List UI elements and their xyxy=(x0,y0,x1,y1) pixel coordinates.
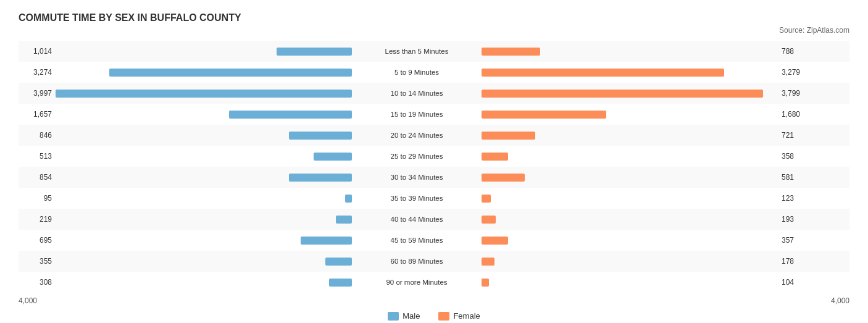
male-value: 3,997 xyxy=(19,89,56,98)
legend-female-label: Female xyxy=(453,311,480,321)
legend-male-box xyxy=(388,312,399,321)
male-bar-wrap xyxy=(56,90,352,98)
chart-area: 1,014Less than 5 Minutes7883,2745 to 9 M… xyxy=(19,41,849,321)
female-bar-wrap xyxy=(482,279,778,287)
female-bar-wrap xyxy=(482,195,778,203)
male-bar-wrap xyxy=(56,279,352,287)
x-axis-left: 4,000 xyxy=(19,296,37,305)
x-axis-right: 4,000 xyxy=(831,296,849,305)
male-value: 308 xyxy=(19,278,56,287)
male-bar xyxy=(345,195,352,203)
table-row: 21940 to 44 Minutes193 xyxy=(19,209,849,230)
female-bar xyxy=(482,279,489,287)
table-row: 84620 to 24 Minutes721 xyxy=(19,125,849,146)
category-label: 15 to 19 Minutes xyxy=(352,111,482,118)
table-row: 69545 to 59 Minutes357 xyxy=(19,230,849,251)
female-value: 3,799 xyxy=(778,89,815,98)
female-bar xyxy=(482,111,606,119)
table-row: 3,99710 to 14 Minutes3,799 xyxy=(19,83,849,104)
rows-container: 1,014Less than 5 Minutes7883,2745 to 9 M… xyxy=(19,41,849,293)
female-bar xyxy=(482,69,724,77)
table-row: 1,65715 to 19 Minutes1,680 xyxy=(19,104,849,125)
female-value: 3,279 xyxy=(778,68,815,77)
female-value: 581 xyxy=(778,173,815,182)
female-value: 358 xyxy=(778,152,815,161)
male-value: 95 xyxy=(19,194,56,203)
female-bar xyxy=(482,195,491,203)
male-value: 1,014 xyxy=(19,47,56,56)
male-bar xyxy=(229,111,352,119)
male-bar xyxy=(289,132,352,140)
male-bar-wrap xyxy=(56,132,352,140)
male-bar-wrap xyxy=(56,237,352,245)
legend-female: Female xyxy=(438,311,480,321)
female-bar xyxy=(482,237,508,245)
male-bar xyxy=(325,258,352,266)
female-value: 104 xyxy=(778,278,815,287)
male-value: 846 xyxy=(19,131,56,140)
female-bar-wrap xyxy=(482,69,778,77)
x-axis: 4,000 4,000 xyxy=(19,293,849,309)
male-value: 219 xyxy=(19,215,56,224)
male-bar-wrap xyxy=(56,153,352,161)
male-bar xyxy=(277,48,352,56)
female-value: 123 xyxy=(778,194,815,203)
female-bar xyxy=(482,90,763,98)
male-bar xyxy=(314,153,352,161)
male-bar-wrap xyxy=(56,111,352,119)
male-value: 1,657 xyxy=(19,110,56,119)
male-bar-wrap xyxy=(56,195,352,203)
category-label: 40 to 44 Minutes xyxy=(352,216,482,223)
source-label: Source: ZipAtlas.com xyxy=(19,26,849,35)
female-value: 788 xyxy=(778,47,815,56)
male-bar xyxy=(336,216,352,224)
chart-title: COMMUTE TIME BY SEX IN BUFFALO COUNTY xyxy=(19,12,849,23)
female-bar xyxy=(482,153,508,161)
female-bar xyxy=(482,258,495,266)
male-bar xyxy=(289,174,352,182)
table-row: 51325 to 29 Minutes358 xyxy=(19,146,849,167)
category-label: 30 to 34 Minutes xyxy=(352,174,482,181)
male-value: 695 xyxy=(19,236,56,245)
female-bar-wrap xyxy=(482,153,778,161)
female-bar-wrap xyxy=(482,216,778,224)
male-bar xyxy=(56,90,352,98)
female-bar-wrap xyxy=(482,48,778,56)
male-value: 854 xyxy=(19,173,56,182)
male-bar xyxy=(109,69,352,77)
legend-male: Male xyxy=(388,311,420,321)
female-bar-wrap xyxy=(482,132,778,140)
legend: Male Female xyxy=(19,311,849,321)
male-bar-wrap xyxy=(56,216,352,224)
female-bar xyxy=(482,216,496,224)
male-bar xyxy=(329,279,352,287)
category-label: 90 or more Minutes xyxy=(352,279,482,286)
female-bar-wrap xyxy=(482,258,778,266)
table-row: 35560 to 89 Minutes178 xyxy=(19,251,849,272)
female-value: 721 xyxy=(778,131,815,140)
male-bar-wrap xyxy=(56,69,352,77)
category-label: 60 to 89 Minutes xyxy=(352,258,482,265)
table-row: 9535 to 39 Minutes123 xyxy=(19,188,849,209)
female-bar-wrap xyxy=(482,90,778,98)
female-bar-wrap xyxy=(482,174,778,182)
category-label: 20 to 24 Minutes xyxy=(352,132,482,139)
female-bar xyxy=(482,48,540,56)
category-label: 45 to 59 Minutes xyxy=(352,237,482,244)
legend-male-label: Male xyxy=(403,311,420,321)
female-value: 1,680 xyxy=(778,110,815,119)
category-label: 5 to 9 Minutes xyxy=(352,69,482,76)
legend-female-box xyxy=(438,312,449,321)
category-label: 25 to 29 Minutes xyxy=(352,153,482,160)
male-value: 513 xyxy=(19,152,56,161)
male-bar xyxy=(301,237,352,245)
male-value: 3,274 xyxy=(19,68,56,77)
category-label: 35 to 39 Minutes xyxy=(352,195,482,202)
female-bar-wrap xyxy=(482,111,778,119)
female-value: 357 xyxy=(778,236,815,245)
table-row: 30890 or more Minutes104 xyxy=(19,272,849,293)
male-bar-wrap xyxy=(56,174,352,182)
female-bar xyxy=(482,132,535,140)
category-label: 10 to 14 Minutes xyxy=(352,90,482,97)
female-value: 193 xyxy=(778,215,815,224)
